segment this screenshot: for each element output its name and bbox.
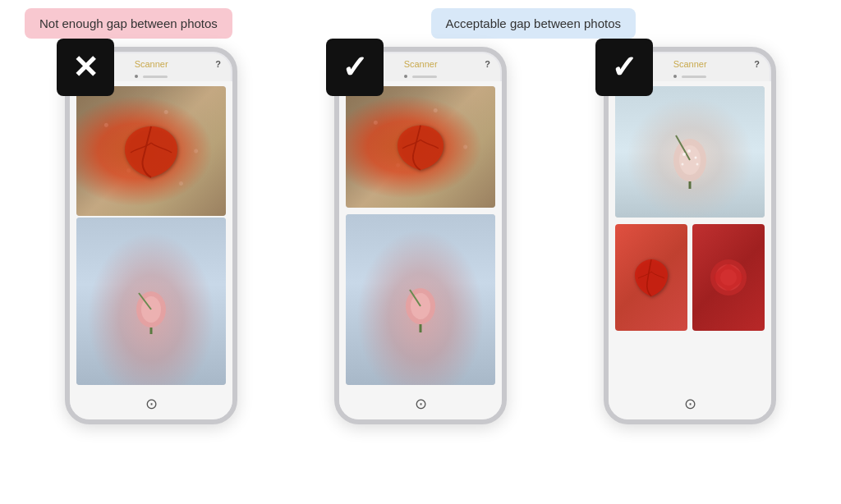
photo-grid-bottom-row [615, 224, 765, 331]
phone-bad-screen [70, 81, 232, 390]
phones-row: ✕ ≡ Scanner ? [16, 47, 825, 496]
photo-pink-flower-good1 [346, 214, 495, 385]
photo-pink-flower-bad [76, 218, 226, 385]
scanner-title-good1: Scanner [404, 59, 438, 69]
phone-bad-wrapper: ✕ ≡ Scanner ? [65, 47, 237, 424]
phone-good2-screen [609, 81, 771, 390]
line2 [412, 76, 437, 78]
gap-good1 [346, 208, 495, 214]
dot3 [673, 75, 677, 78]
help-icon-bad: ? [215, 59, 221, 69]
phone-bad-bottom: ⊙ [70, 390, 232, 419]
good-label: Acceptable gap between photos [431, 8, 636, 39]
line1 [143, 76, 168, 78]
svg-point-12 [682, 153, 686, 156]
phone-good-1: ≡ Scanner ? [334, 47, 507, 424]
phone-good2-wrapper: ✓ ≡ Scanner ? [604, 47, 776, 424]
phone-good2-bottom: ⊙ [609, 390, 771, 419]
scanner-title-bad: Scanner [135, 59, 168, 69]
check-icon-1: ✓ [326, 39, 384, 96]
camera-icon-good1: ⊙ [415, 395, 427, 413]
phone-good1-bottom: ⊙ [339, 390, 502, 419]
camera-icon-bad: ⊙ [145, 395, 158, 413]
help-icon-good2: ? [754, 59, 760, 69]
svg-point-13 [694, 157, 696, 159]
help-icon-good1: ? [485, 59, 490, 69]
dot1 [135, 75, 138, 78]
photo-autumn-leaf-bad [76, 86, 226, 216]
dot2 [404, 75, 407, 78]
photo-white-flower-top [615, 86, 765, 218]
photo-autumn-leaf-good1 [346, 86, 495, 208]
scanner-title-good2: Scanner [673, 59, 707, 69]
phone-good1-screen [339, 81, 502, 390]
bad-label: Not enough gap between photos [25, 8, 232, 39]
photo-maple-leaf-grid [615, 224, 687, 331]
phone-good1-wrapper: ✓ ≡ Scanner ? [334, 47, 507, 424]
phone-bad: ≡ Scanner ? [65, 47, 237, 424]
svg-point-16 [696, 163, 698, 166]
cross-icon: ✕ [57, 39, 114, 96]
phone-good-2: ≡ Scanner ? [604, 47, 776, 424]
camera-icon-good2: ⊙ [684, 395, 696, 413]
svg-point-15 [681, 163, 683, 166]
line3 [682, 76, 706, 78]
labels-row: Not enough gap between photos Acceptable… [16, 8, 825, 39]
photo-rose-grid [692, 224, 765, 331]
check-icon-2: ✓ [595, 39, 653, 96]
svg-point-14 [687, 149, 691, 153]
